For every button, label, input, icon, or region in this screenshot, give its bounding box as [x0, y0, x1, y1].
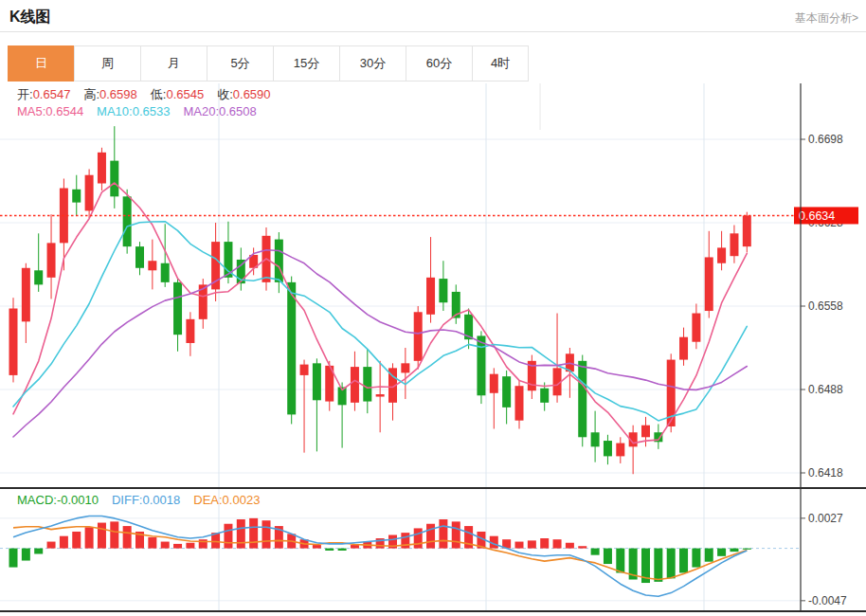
svg-text:0.6558: 0.6558 — [808, 299, 843, 313]
macd_bar-diff-value: 0.0018 — [142, 493, 180, 507]
ma_bar-ma5-value: 0.6544 — [45, 104, 83, 118]
ohlc_bar-close-value: 0.6590 — [233, 87, 271, 101]
ma_bar-ma20-label: MA20: — [183, 104, 219, 118]
ma-info-bar: MA5:0.6544MA10:0.6533MA20:0.6508 — [17, 104, 270, 118]
svg-text:0.6488: 0.6488 — [808, 383, 843, 396]
ma_bar-ma5-label: MA5: — [17, 104, 45, 118]
ohlc_bar-open-label: 开: — [17, 87, 33, 101]
period-tab-6[interactable]: 60分 — [406, 45, 473, 82]
macd_bar-macd-label: MACD: — [17, 493, 57, 507]
macd_bar-diff-label: DIFF: — [112, 493, 143, 507]
macd_bar-dea-label: DEA: — [193, 493, 222, 507]
kline-widget: K线图 基本面分析> 日周月5分15分30分60分4时 0.66980.6628… — [0, 0, 866, 616]
price-axis: 0.66980.66280.65580.64880.6418 — [801, 133, 843, 480]
ma_bar-ma20-value: 0.6508 — [219, 104, 257, 118]
page-title: K线图 — [9, 8, 51, 27]
period-tab-0[interactable]: 日 — [8, 45, 75, 82]
macd-axis: 0.0027-0.0047 — [801, 512, 847, 607]
svg-text:0.0027: 0.0027 — [808, 512, 843, 525]
period-tab-2[interactable]: 月 — [140, 45, 207, 82]
period-tab-4[interactable]: 15分 — [273, 45, 340, 82]
ma_bar-ma10-label: MA10: — [97, 104, 133, 118]
ma_bar-ma10-value: 0.6533 — [133, 104, 171, 118]
macd_bar-macd-value: -0.0010 — [57, 493, 99, 507]
ohlc_bar-open-value: 0.6547 — [33, 87, 71, 101]
period-tab-7[interactable]: 4时 — [472, 45, 529, 82]
macd_bar-dea-value: 0.0023 — [223, 493, 261, 507]
ohlc_bar-low-value: 0.6545 — [166, 87, 204, 101]
candles-layer — [9, 126, 751, 474]
period-tab-5[interactable]: 30分 — [339, 45, 406, 82]
period-tabs: 日周月5分15分30分60分4时 — [8, 45, 529, 82]
svg-text:0.6698: 0.6698 — [808, 133, 843, 146]
ohlc_bar-high-value: 0.6598 — [99, 87, 137, 101]
svg-text:0.6634: 0.6634 — [799, 209, 835, 223]
widget-header: K线图 基本面分析> — [0, 0, 866, 32]
svg-text:-0.0047: -0.0047 — [808, 594, 847, 607]
period-tab-3[interactable]: 5分 — [207, 45, 274, 82]
period-tab-1[interactable]: 周 — [74, 45, 141, 82]
macd-histogram — [0, 518, 801, 583]
svg-text:0.6418: 0.6418 — [808, 466, 843, 480]
ohlc-info-bar: 开:0.6547高:0.6598低:0.6545收:0.6590 — [17, 86, 284, 103]
macd-info-bar: MACD:-0.0010DIFF:0.0018DEA:0.0023 — [17, 493, 273, 507]
ohlc_bar-close-label: 收: — [217, 87, 233, 101]
ohlc_bar-high-label: 高: — [83, 87, 99, 101]
fundamental-analysis-link[interactable]: 基本面分析> — [795, 10, 858, 27]
ohlc_bar-low-label: 低: — [151, 87, 167, 101]
